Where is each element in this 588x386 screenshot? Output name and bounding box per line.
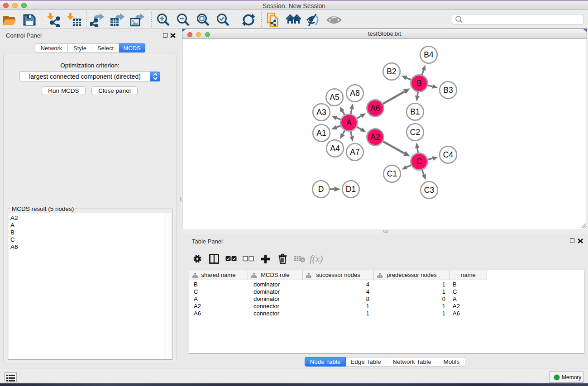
svg-text:B1: B1	[410, 107, 420, 116]
svg-text:A6: A6	[370, 104, 380, 113]
svg-text:D: D	[318, 185, 324, 194]
svg-text:A1: A1	[316, 129, 326, 138]
svg-text:B2: B2	[387, 67, 396, 76]
svg-text:D1: D1	[346, 185, 356, 194]
svg-text:C: C	[416, 157, 422, 166]
svg-text:A3: A3	[316, 108, 326, 117]
svg-text:C3: C3	[424, 186, 434, 195]
svg-text:A4: A4	[330, 144, 340, 153]
svg-text:A5: A5	[330, 93, 339, 102]
svg-text:C1: C1	[387, 169, 397, 178]
svg-text:A2: A2	[370, 133, 380, 142]
svg-text:A8: A8	[350, 89, 359, 98]
svg-text:A7: A7	[350, 148, 359, 157]
svg-text:B3: B3	[443, 86, 453, 95]
svg-text:C4: C4	[443, 150, 454, 159]
svg-text:C2: C2	[410, 128, 420, 137]
svg-text:B: B	[416, 79, 422, 88]
svg-text:A: A	[346, 118, 352, 127]
svg-text:B4: B4	[424, 50, 434, 59]
